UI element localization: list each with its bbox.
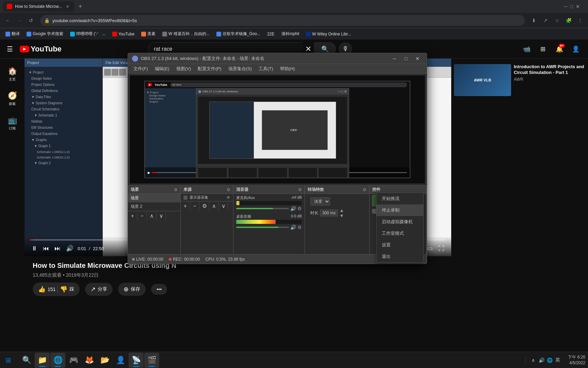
bookmark-wiley[interactable]: W Wiley Online Libr... (303, 30, 354, 38)
obs-settings-menu[interactable]: 设置 (376, 239, 423, 251)
sidebar-item-home[interactable]: 🏠 主页 (0, 63, 24, 86)
obs-source-item-1[interactable]: 显示器采集 👁 (181, 194, 233, 201)
maximize-button[interactable]: □ (570, 4, 573, 9)
obs-scene-remove-button[interactable]: − (137, 211, 147, 221)
obs-studio-mode-menu[interactable]: 工作室模式 (376, 228, 423, 239)
play-pause-button[interactable]: ⏸ (30, 244, 39, 254)
minimize-button[interactable]: ─ (564, 4, 568, 9)
taskbar-awr[interactable]: 📡 (129, 353, 144, 368)
extension-button[interactable]: 🧩 (564, 15, 574, 26)
mute-button[interactable]: 🔊 (65, 243, 75, 254)
close-window-button[interactable]: ✕ (576, 4, 580, 9)
taskbar-start-button[interactable]: ⊞ (0, 352, 16, 368)
obs-mixer-settings-desktop[interactable]: ⚙ (297, 225, 302, 230)
obs-menu-help[interactable]: 帮助(H) (277, 64, 298, 73)
obs-source-settings-button[interactable]: ⚙ (200, 201, 209, 211)
obs-menu-edit[interactable]: 编辑(E) (152, 64, 172, 73)
obs-menu-scenes[interactable]: 场景集合(S) (226, 64, 255, 73)
apps-button[interactable]: ⊞ (536, 42, 550, 56)
back-button[interactable]: ← (3, 15, 13, 26)
bookmark-meisu[interactable]: 美素 (138, 30, 158, 38)
tab-close-button[interactable]: ✕ (65, 4, 70, 9)
obs-sources-settings-icon[interactable]: ⚙ (227, 187, 230, 192)
share-button[interactable]: ↗ 分享 (85, 283, 113, 296)
avatar-button[interactable]: 👤 (569, 42, 583, 56)
obs-menu-profile[interactable]: 配置文件(P) (195, 64, 224, 73)
obs-close-button[interactable]: ✕ (412, 55, 423, 62)
notifications-button[interactable]: 🔔 9+ (553, 42, 566, 56)
bookmark-button[interactable]: ☆ (552, 15, 562, 26)
taskbar-chrome[interactable]: 🌐 (50, 353, 65, 368)
taskbar-explorer2[interactable]: 📂 (97, 353, 112, 368)
more-actions-button[interactable]: ••• (151, 284, 167, 295)
obs-scene-item-2[interactable]: 场景 2 (128, 202, 180, 211)
youtube-logo[interactable]: ▶ YouTube (20, 45, 62, 53)
more-button[interactable]: ⋮ (575, 15, 585, 26)
obs-transitions-settings-icon[interactable]: ⚙ (363, 187, 366, 192)
taskbar-user[interactable]: 👤 (113, 353, 128, 368)
bookmark-hkust[interactable]: 港科mphil (279, 30, 302, 38)
taskbar-firefox[interactable]: 🦊 (82, 353, 97, 368)
refresh-button[interactable]: ↺ (26, 15, 36, 26)
obs-mixer-slider-desktop[interactable] (236, 227, 289, 228)
obs-source-add-button[interactable]: + (181, 201, 190, 211)
obs-maximize-button[interactable]: □ (401, 55, 411, 62)
obs-mixer-settings-mic[interactable]: ⚙ (297, 206, 302, 211)
obs-source-eye-icon[interactable]: 👁 (226, 195, 230, 200)
tray-chevron[interactable]: ∧ (530, 357, 537, 364)
obs-scene-up-button[interactable]: ∧ (147, 211, 157, 221)
taskbar-clock[interactable]: 下午 6:20 4/5/2022 (565, 354, 588, 366)
bookmark-wiki[interactable]: W 维基百科，自由的... (160, 30, 212, 38)
obs-scene-item-1[interactable]: 场景 (128, 194, 180, 202)
like-button[interactable]: 👍 151 👎 踩 (33, 282, 80, 296)
obs-exit-menu[interactable]: 退出 (376, 251, 423, 262)
download-button[interactable]: ⬇ (529, 15, 539, 26)
tray-ime[interactable]: 英 (554, 357, 561, 364)
skip-back-button[interactable]: ⏮ (42, 244, 50, 254)
obs-source-down-button[interactable]: ∨ (219, 201, 228, 211)
bookmark-youtube[interactable]: YouTube (110, 30, 137, 38)
obs-stop-recording-menu[interactable]: 停止录制 (376, 204, 423, 216)
taskbar-steam[interactable]: 🎮 (66, 353, 81, 368)
bookmark-translate[interactable]: 翻译 (3, 30, 22, 38)
bookmark-gscholar[interactable]: 谷歌学术镜像_Goo... (214, 30, 263, 38)
obs-mixer-slider-mic[interactable] (236, 208, 289, 209)
obs-scene-add-button[interactable]: + (128, 211, 137, 221)
obs-mixer-mute-mic[interactable]: 🔊 (290, 206, 296, 211)
share-button[interactable]: ↗ (540, 15, 551, 26)
obs-scene-down-button[interactable]: ∨ (157, 211, 166, 221)
fullscreen-button[interactable]: ⛶ (437, 244, 446, 254)
sidebar-item-subscriptions[interactable]: 📺 订阅 (0, 112, 24, 135)
obs-source-up-button[interactable]: ∧ (209, 201, 219, 211)
obs-menu-file[interactable]: 文件(F) (131, 64, 151, 73)
obs-minimize-button[interactable]: ─ (389, 55, 399, 62)
obs-duration-spinner[interactable]: ▲▼ (339, 208, 344, 218)
obs-start-stream-menu[interactable]: 开始推流 (376, 193, 423, 204)
save-button[interactable]: ⊕ 保存 (118, 283, 146, 296)
tray-sound[interactable]: 🔊 (538, 357, 545, 364)
obs-mixer-mute-desktop[interactable]: 🔊 (290, 225, 296, 230)
skip-forward-button[interactable]: ⏭ (53, 244, 62, 254)
obs-virtual-camera-menu[interactable]: 启动虚拟摄像机 (376, 216, 423, 228)
bookmark-scholar[interactable]: Google 学术搜索 (24, 30, 66, 38)
taskbar-file-explorer[interactable]: 📁 (35, 353, 50, 368)
suggested-video[interactable]: AWR VLB Introduction to AWR Projects and… (454, 64, 585, 96)
obs-mixer-settings-icon[interactable]: ⚙ (298, 187, 302, 192)
address-bar[interactable]: 🔒 youtube.com/watch?v=355WPev8t08&t=5s (40, 15, 525, 26)
sidebar-item-explore[interactable]: 🧭 探索 (0, 87, 24, 110)
obs-source-remove-button[interactable]: − (190, 201, 200, 211)
taskbar-obs[interactable]: 🎬 (144, 353, 159, 368)
obs-scenes-settings-icon[interactable]: ⚙ (174, 187, 178, 192)
obs-menu-view[interactable]: 视图(V) (174, 64, 194, 73)
bookmark-bilibili[interactable]: 哔哩哔哩 ('-'ゞ... (67, 30, 108, 38)
new-tab-button[interactable]: + (76, 2, 85, 11)
taskbar-search[interactable]: 🔍 (19, 353, 34, 368)
browser-tab-active[interactable]: How to Simulate Microw... ✕ (3, 1, 74, 12)
tab-favicon (7, 4, 12, 9)
tray-network[interactable]: 🌐 (546, 357, 553, 364)
create-button[interactable]: 📹 (520, 42, 534, 56)
menu-icon[interactable]: ☰ (5, 44, 14, 55)
obs-menu-tools[interactable]: 工具(T) (256, 64, 276, 73)
bookmark-22e[interactable]: 22E (264, 30, 277, 38)
obs-transition-type-select[interactable]: 淡变 (310, 197, 330, 205)
